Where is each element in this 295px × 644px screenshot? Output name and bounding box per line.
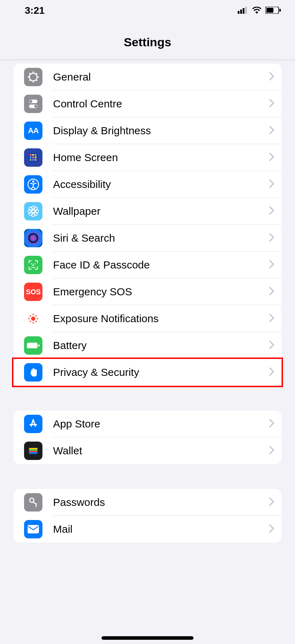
settings-row-app-store[interactable]: App Store (13, 410, 282, 437)
svg-point-50 (35, 315, 37, 317)
cellular-icon (238, 5, 248, 16)
chevron-right-icon (269, 367, 274, 378)
settings-row-mail[interactable]: Mail (13, 516, 282, 543)
svg-rect-23 (35, 154, 36, 156)
siri-icon (24, 229, 42, 247)
settings-row-accessibility[interactable]: Accessibility (13, 171, 282, 198)
wifi-icon (252, 5, 262, 16)
svg-rect-59 (29, 452, 37, 454)
chevron-right-icon (269, 260, 274, 270)
svg-point-42 (31, 264, 32, 265)
sos-icon: SOS (24, 283, 42, 301)
svg-point-46 (33, 322, 34, 324)
settings-row-exposure[interactable]: Exposure Notifications (13, 305, 282, 332)
svg-rect-1 (240, 10, 242, 14)
row-label: Privacy & Security (53, 366, 269, 378)
svg-rect-25 (32, 156, 34, 158)
home-indicator (102, 636, 193, 640)
row-label: Wallet (53, 445, 269, 457)
chevron-right-icon (269, 497, 274, 508)
settings-row-faceid[interactable]: Face ID & Passcode (13, 252, 282, 278)
row-label: Home Screen (53, 152, 269, 164)
row-label: Wallpaper (53, 205, 269, 217)
settings-row-display-brightness[interactable]: AADisplay & Brightness (13, 117, 282, 144)
svg-rect-5 (266, 8, 273, 13)
row-label: Siri & Search (53, 232, 269, 244)
settings-row-sos[interactable]: SOSEmergency SOS (13, 278, 282, 305)
status-time: 3:21 (25, 5, 45, 16)
chevron-right-icon (269, 340, 274, 351)
chevron-right-icon (269, 99, 274, 109)
svg-line-13 (36, 80, 37, 81)
row-label: Passwords (53, 496, 269, 508)
chevron-right-icon (269, 125, 274, 136)
svg-rect-6 (279, 9, 281, 12)
row-label: Mail (53, 523, 269, 535)
settings-row-passwords[interactable]: Passwords (13, 489, 282, 516)
svg-rect-27 (30, 159, 31, 161)
header: Settings (0, 21, 295, 60)
settings-row-privacy[interactable]: Privacy & Security (13, 359, 282, 386)
svg-line-12 (29, 73, 30, 74)
svg-point-48 (37, 318, 38, 319)
status-bar: 3:21 (0, 0, 295, 21)
settings-row-control-centre[interactable]: Control Centre (13, 90, 282, 117)
svg-point-17 (29, 100, 32, 103)
page-title: Settings (0, 35, 295, 49)
settings-row-home-screen[interactable]: Home Screen (13, 144, 282, 171)
svg-point-52 (35, 321, 37, 322)
row-label: App Store (53, 418, 269, 430)
gear-icon (24, 68, 42, 86)
wallet-icon (24, 442, 42, 460)
settings-row-battery[interactable]: Battery (13, 332, 282, 359)
appstore-icon (24, 415, 42, 433)
svg-point-19 (34, 105, 37, 108)
flower-icon (24, 202, 42, 220)
chevron-right-icon (269, 286, 274, 297)
svg-rect-28 (32, 159, 34, 161)
svg-rect-2 (243, 8, 244, 14)
svg-point-31 (32, 181, 34, 183)
key-icon (24, 493, 42, 512)
settings-section: PasswordsMail (13, 489, 282, 543)
settings-row-general[interactable]: General (13, 64, 282, 90)
settings-section: GeneralControl CentreAADisplay & Brightn… (13, 64, 282, 386)
row-label: Exposure Notifications (53, 313, 269, 325)
battery-icon (265, 5, 281, 16)
svg-point-49 (30, 315, 31, 317)
accessibility-icon (24, 175, 42, 194)
settings-row-wallpaper[interactable]: Wallpaper (13, 198, 282, 225)
grid-icon (24, 148, 42, 167)
hand-icon (24, 363, 42, 382)
chevron-right-icon (269, 233, 274, 243)
faceid-icon (24, 256, 42, 274)
battery-icon (24, 336, 42, 355)
chevron-right-icon (269, 419, 274, 429)
chevron-right-icon (269, 313, 274, 324)
svg-rect-29 (35, 159, 36, 161)
chevron-right-icon (269, 72, 274, 82)
svg-line-14 (29, 80, 30, 81)
settings-row-wallet[interactable]: Wallet (13, 437, 282, 464)
row-label: Accessibility (53, 178, 269, 190)
row-label: Control Centre (53, 98, 269, 110)
switches-icon (24, 95, 42, 113)
svg-rect-61 (28, 525, 39, 533)
svg-point-43 (35, 264, 36, 265)
svg-point-51 (30, 321, 31, 322)
row-label: Face ID & Passcode (53, 259, 269, 271)
row-label: Battery (53, 339, 269, 351)
chevron-right-icon (269, 152, 274, 163)
svg-rect-54 (38, 344, 40, 347)
svg-rect-0 (238, 11, 239, 14)
settings-row-siri-search[interactable]: Siri & Search (13, 225, 282, 252)
chevron-right-icon (269, 179, 274, 190)
svg-rect-24 (30, 156, 31, 158)
exposure-icon (24, 309, 42, 328)
chevron-right-icon (269, 524, 274, 534)
chevron-right-icon (269, 206, 274, 217)
chevron-right-icon (269, 445, 274, 456)
svg-point-41 (28, 233, 38, 243)
svg-rect-53 (27, 343, 37, 348)
row-label: Emergency SOS (53, 286, 269, 298)
